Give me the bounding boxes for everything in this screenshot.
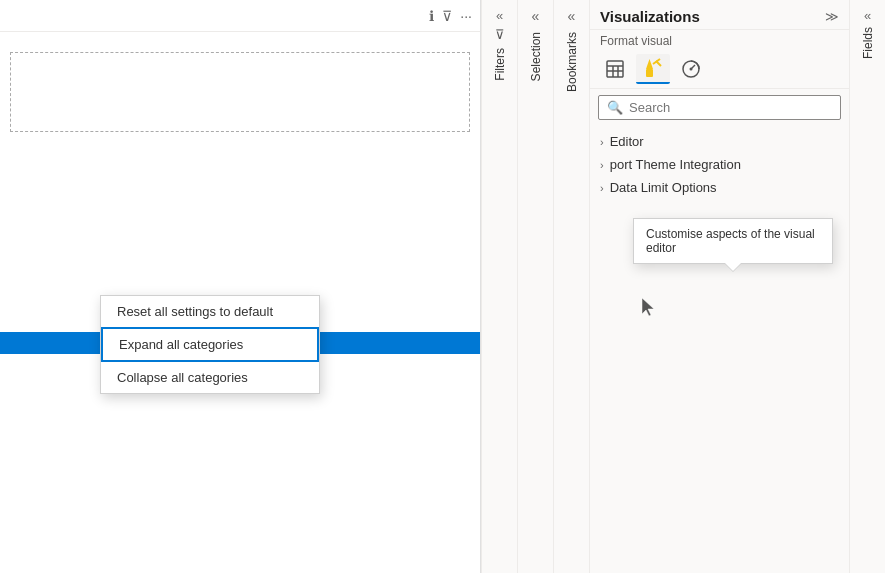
- report-theme-section[interactable]: › port Theme Integration: [600, 153, 839, 176]
- canvas-top-bar: ℹ ⊽ ···: [0, 0, 480, 32]
- more-icon[interactable]: ···: [460, 8, 472, 24]
- editor-section[interactable]: › Editor: [600, 130, 839, 153]
- svg-rect-5: [646, 69, 653, 77]
- bookmarks-panel: « Bookmarks: [553, 0, 589, 573]
- context-menu-item-collapse[interactable]: Collapse all categories: [101, 362, 319, 393]
- toolbar-table-btn[interactable]: [598, 54, 632, 84]
- search-icon: 🔍: [607, 100, 623, 115]
- tooltip-text: Customise aspects of the visual editor: [646, 227, 815, 255]
- report-theme-label: port Theme Integration: [610, 157, 741, 172]
- analytics-icon: [681, 59, 701, 79]
- data-limit-chevron-icon: ›: [600, 182, 604, 194]
- bookmarks-label[interactable]: Bookmarks: [565, 32, 579, 92]
- svg-point-11: [690, 68, 693, 71]
- filter-icon[interactable]: ⊽: [442, 8, 452, 24]
- viz-panel-title: Visualizations: [600, 8, 700, 25]
- bookmarks-chevron-icon[interactable]: «: [568, 8, 576, 24]
- fields-label[interactable]: Fields: [861, 27, 875, 59]
- selection-label[interactable]: Selection: [529, 32, 543, 81]
- editor-label: Editor: [610, 134, 644, 149]
- svg-line-8: [656, 61, 661, 66]
- data-limit-section[interactable]: › Data Limit Options: [600, 176, 839, 199]
- data-limit-label: Data Limit Options: [610, 180, 717, 195]
- filters-label[interactable]: Filters: [493, 48, 507, 81]
- tooltip-box: Customise aspects of the visual editor: [633, 218, 833, 264]
- filter-panel-icon: ⊽: [495, 27, 505, 42]
- context-menu-item-reset[interactable]: Reset all settings to default: [101, 296, 319, 327]
- editor-chevron-icon: ›: [600, 136, 604, 148]
- table-icon: [605, 59, 625, 79]
- viz-sections: › Editor › port Theme Integration › Data…: [590, 126, 849, 203]
- filters-panel: « ⊽ Filters: [481, 0, 517, 573]
- selection-chevron-icon[interactable]: «: [532, 8, 540, 24]
- search-box[interactable]: 🔍: [598, 95, 841, 120]
- viz-expand-icon[interactable]: ≫: [825, 9, 839, 24]
- main-layout: ℹ ⊽ ··· « ⊽ Filters « Selection « Bookma…: [0, 0, 885, 573]
- canvas-dashed-box: [10, 52, 470, 132]
- search-input[interactable]: [629, 100, 832, 115]
- viz-toolbar: [590, 50, 849, 89]
- fields-panel: « Fields: [849, 0, 885, 573]
- format-icon: [642, 57, 664, 79]
- toolbar-analytics-btn[interactable]: [674, 54, 708, 84]
- context-menu: Reset all settings to default Expand all…: [100, 295, 320, 394]
- fields-chevron-icon[interactable]: «: [864, 8, 871, 23]
- viz-panel-header: Visualizations ≫: [590, 0, 849, 30]
- selection-panel: « Selection: [517, 0, 553, 573]
- context-menu-item-expand[interactable]: Expand all categories: [101, 327, 319, 362]
- viz-panel-chevrons: ≫: [825, 9, 839, 24]
- info-icon[interactable]: ℹ: [429, 8, 434, 24]
- format-visual-label: Format visual: [590, 30, 849, 50]
- canvas-area: ℹ ⊽ ···: [0, 0, 481, 573]
- visualizations-panel: Visualizations ≫ Format visual: [589, 0, 849, 573]
- right-panel: « ⊽ Filters « Selection « Bookmarks Visu…: [481, 0, 885, 573]
- svg-rect-0: [607, 61, 623, 77]
- filters-chevron-icon[interactable]: «: [496, 8, 503, 23]
- svg-marker-6: [646, 59, 653, 69]
- toolbar-format-btn[interactable]: [636, 54, 670, 84]
- report-theme-chevron-icon: ›: [600, 159, 604, 171]
